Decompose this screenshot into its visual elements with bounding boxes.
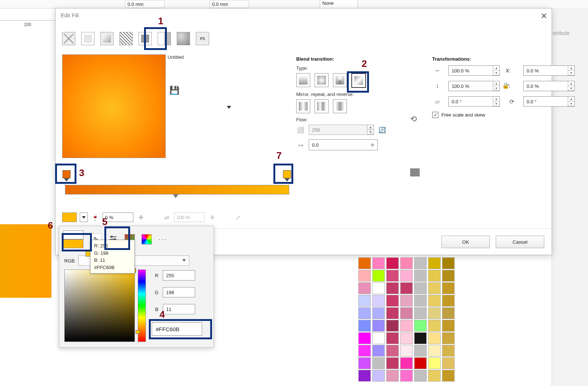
close-icon[interactable]: ✕ [541, 11, 547, 21]
palette-swatch[interactable] [358, 282, 371, 294]
field-x-mm[interactable]: 0.0 mm [125, 0, 165, 8]
palette-swatch[interactable] [414, 282, 427, 294]
palette-swatch[interactable] [414, 320, 427, 332]
transform-skew-field[interactable]: 0.0 °▲▼ [448, 96, 500, 107]
palette-swatch[interactable] [400, 282, 413, 294]
node-position-field[interactable]: 0.0 ✛ [309, 139, 378, 150]
palette-swatch[interactable] [372, 345, 385, 357]
palette-swatch[interactable] [386, 357, 399, 369]
palette-swatch[interactable] [442, 332, 455, 344]
palette-swatch[interactable] [358, 307, 371, 319]
arrange-nodes-icon[interactable] [410, 168, 420, 176]
gradient-type-conical[interactable] [333, 73, 347, 87]
palette-swatch[interactable] [400, 370, 413, 382]
palette-swatch[interactable] [414, 307, 427, 319]
palette-swatch[interactable] [372, 257, 385, 269]
palette-swatch[interactable] [372, 307, 385, 319]
palette-swatch[interactable] [372, 357, 385, 369]
palette-swatch[interactable] [386, 345, 399, 357]
palette-swatch[interactable] [428, 295, 441, 307]
palette-swatch[interactable] [428, 345, 441, 357]
color-palettes-icon[interactable] [141, 234, 152, 244]
chevron-down-icon[interactable] [227, 106, 231, 109]
r-field[interactable]: 255 [163, 270, 195, 280]
palette-swatch[interactable] [400, 295, 413, 307]
transform-width-field[interactable]: 100.0 %▲▼ [448, 65, 500, 76]
fill-type-vector-pattern[interactable] [119, 32, 133, 45]
palette-swatch[interactable] [414, 257, 427, 269]
palette-swatch[interactable] [372, 282, 385, 294]
palette-swatch[interactable] [400, 307, 413, 319]
palette-swatch[interactable] [428, 307, 441, 319]
node-color-swatch[interactable] [62, 212, 77, 222]
palette-swatch[interactable] [400, 357, 413, 369]
node-color-dropdown[interactable] [80, 212, 88, 222]
gradient-strip[interactable] [65, 185, 289, 194]
palette-swatch[interactable] [414, 345, 427, 357]
palette-swatch[interactable] [428, 357, 441, 369]
gradient-preview[interactable] [62, 54, 166, 158]
ok-button[interactable]: OK [441, 236, 490, 248]
palette-swatch[interactable] [442, 295, 455, 307]
palette-swatch[interactable] [442, 257, 455, 269]
palette-swatch[interactable] [400, 320, 413, 332]
palette-swatch[interactable] [386, 370, 399, 382]
expand-icon[interactable]: ⤢ [233, 213, 242, 222]
palette-swatch[interactable] [372, 320, 385, 332]
gradient-type-rectangular[interactable] [351, 73, 366, 88]
palette-swatch[interactable] [442, 307, 455, 319]
reverse-fill-icon[interactable]: ⟲ [410, 114, 417, 124]
gradient-node-end[interactable] [282, 170, 292, 180]
palette-swatch[interactable] [386, 307, 399, 319]
palette-swatch[interactable] [428, 320, 441, 332]
fill-type-none[interactable] [62, 32, 75, 45]
transparency-field[interactable]: 0 % [103, 212, 133, 222]
color-old-new-swatch[interactable] [63, 230, 83, 248]
palette-swatch[interactable] [386, 332, 399, 344]
palette-swatch[interactable] [386, 282, 399, 294]
hue-marker[interactable] [136, 330, 140, 334]
fill-type-uniform[interactable] [81, 32, 94, 45]
palette-swatch[interactable] [358, 370, 371, 382]
palette-swatch[interactable] [428, 270, 441, 282]
g-field[interactable]: 198 [163, 287, 195, 297]
palette-swatch[interactable] [400, 345, 413, 357]
b-field[interactable]: 11 [163, 304, 195, 314]
lock-aspect-icon[interactable]: 🔒 [502, 82, 509, 89]
palette-swatch[interactable] [386, 320, 399, 332]
fill-type-two-color[interactable] [158, 32, 171, 45]
palette-swatch[interactable] [442, 345, 455, 357]
palette-swatch[interactable] [358, 270, 371, 282]
palette-swatch[interactable] [358, 295, 371, 307]
palette-swatch[interactable] [428, 332, 441, 344]
free-scale-checkbox[interactable]: ✓ [432, 112, 438, 118]
gradient-node-start[interactable] [62, 170, 71, 180]
fill-type-texture[interactable] [177, 32, 190, 45]
palette-swatch[interactable] [442, 282, 455, 294]
palette-swatch[interactable] [358, 332, 371, 344]
palette-swatch[interactable] [372, 270, 385, 282]
palette-swatch[interactable] [442, 370, 455, 382]
palette-swatch[interactable] [428, 257, 441, 269]
palette-swatch[interactable] [358, 345, 371, 357]
palette-swatch[interactable] [442, 357, 455, 369]
palette-swatch[interactable] [428, 282, 441, 294]
palette-swatch[interactable] [358, 320, 371, 332]
gradient-type-elliptical[interactable] [315, 73, 329, 87]
palette-swatch[interactable] [442, 320, 455, 332]
palette-swatch[interactable] [414, 357, 427, 369]
palette-swatch[interactable] [372, 370, 385, 382]
fill-type-fountain[interactable] [100, 32, 114, 45]
hex-field[interactable]: #FFC60B [152, 322, 202, 336]
document-palette[interactable] [358, 257, 455, 382]
transform-height-field[interactable]: 100.0 %▲▼ [448, 81, 500, 91]
mirror-default[interactable] [296, 99, 310, 113]
mirror-reverse[interactable] [333, 99, 347, 113]
palette-swatch[interactable] [372, 295, 385, 307]
palette-swatch[interactable] [414, 295, 427, 307]
palette-swatch[interactable] [442, 270, 455, 282]
transform-y-field[interactable]: 0.0 %▲▼ [523, 81, 575, 91]
color-field[interactable] [64, 269, 135, 342]
palette-swatch[interactable] [386, 295, 399, 307]
palette-swatch[interactable] [386, 270, 399, 282]
